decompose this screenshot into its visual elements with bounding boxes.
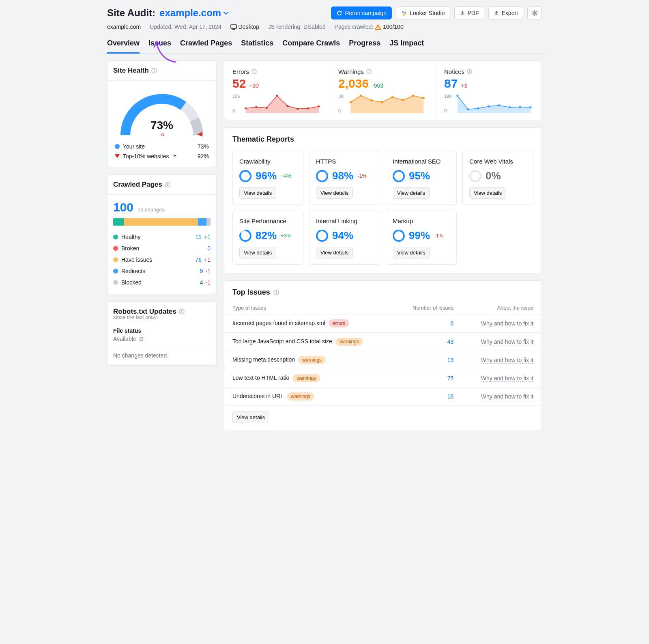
legend-row: Top-10% websites92% [113,151,211,161]
tab-statistics[interactable]: Statistics [241,39,273,54]
metric-value[interactable]: 52 [232,77,246,90]
thematic-name: Markup [393,218,450,224]
legend-dot-icon [113,269,118,274]
crawled-row-value[interactable]: 11 [195,234,202,240]
looker-studio-button[interactable]: Looker Studio [396,6,450,19]
thematic-name: Internal Linking [316,218,373,224]
download-icon [460,10,465,16]
info-icon[interactable] [467,69,472,74]
thematic-delta: -1% [357,173,367,179]
robots-subtitle: since the last crawl [107,314,216,325]
view-details-button[interactable]: View details [239,187,276,199]
legend-row: Your site73% [113,142,211,151]
info-icon[interactable] [251,69,257,74]
info-icon[interactable] [179,309,185,314]
issue-count[interactable]: 6 [450,320,453,327]
info-icon[interactable] [151,68,157,73]
crawled-row-value[interactable]: 4 [200,279,203,286]
robots-status-label: File status [113,327,211,334]
metric-value[interactable]: 87 [444,77,458,90]
pdf-label: PDF [468,10,479,16]
rerun-campaign-button[interactable]: Rerun campaign [331,6,392,19]
chevron-down-icon[interactable] [172,153,177,159]
metric-label: Warnings [338,68,364,75]
crawled-row-value[interactable]: 76 [195,256,202,263]
tab-issues[interactable]: Issues [148,39,171,54]
tab-compare-crawls[interactable]: Compare Crawls [282,39,340,54]
legend-label: Your site [123,143,145,150]
crawled-row: Broken0 [113,243,211,254]
subdomain-text: example.com [107,24,141,30]
tab-progress[interactable]: Progress [349,39,380,54]
view-details-button[interactable]: View details [316,187,353,199]
info-icon[interactable] [273,290,279,295]
crawled-total[interactable]: 100 [113,200,133,214]
crawled-pages-title: Crawled Pages [113,181,162,189]
why-how-fix-link[interactable]: Why and how to fix it [481,357,533,364]
table-row: Underscores in URLwarnings16Why and how … [224,388,542,406]
thematic-card-international-seo: International SEO95%View details [386,151,457,205]
issue-name: Underscores in URL [232,393,284,399]
donut-icon [393,230,405,242]
table-row: Missing meta descriptionwarnings13Why an… [224,351,542,369]
why-how-fix-link[interactable]: Why and how to fix it [481,338,533,345]
issue-count[interactable]: 75 [447,375,454,381]
crawled-row: Have issues76+1 [113,254,211,265]
top-issues-title: Top Issues [232,288,270,297]
info-icon[interactable] [366,69,372,74]
why-how-fix-link[interactable]: Why and how to fix it [481,375,533,382]
svg-point-27 [423,97,425,99]
thematic-title: Thematic Reports [224,128,542,145]
svg-point-35 [519,106,521,108]
svg-point-26 [413,95,415,97]
svg-point-43 [470,171,481,181]
svg-point-36 [530,106,532,108]
svg-point-17 [307,108,309,110]
metric-label: Errors [232,68,249,75]
why-how-fix-link[interactable]: Why and how to fix it [481,393,533,400]
domain-dropdown[interactable]: example.com [159,7,229,19]
crawled-row-delta: -1 [206,268,211,274]
tab-overview[interactable]: Overview [107,39,140,54]
info-icon[interactable] [165,182,170,187]
legend-dot-icon [113,280,118,285]
issue-count[interactable]: 16 [447,393,454,400]
view-details-button[interactable]: View details [393,247,430,258]
tab-crawled-pages[interactable]: Crawled Pages [180,39,232,54]
view-details-button[interactable]: View details [469,187,506,199]
chevron-down-icon [223,10,229,16]
settings-button[interactable] [527,6,542,19]
issue-count[interactable]: 43 [447,338,454,345]
view-details-button[interactable]: View details [316,247,353,258]
crawled-row-value[interactable]: 9 [200,268,203,274]
thematic-percent: 0% [486,170,501,182]
svg-point-31 [477,108,479,110]
crawled-row-label: Broken [121,245,139,252]
pdf-button[interactable]: PDF [454,6,484,19]
crawled-row: Healthy11+1 [113,231,211,243]
legend-label: Top-10% websites [123,153,169,159]
gauge-delta: -6 [159,131,164,138]
why-how-fix-link[interactable]: Why and how to fix it [481,320,533,327]
svg-point-38 [240,171,251,181]
svg-point-2 [403,13,405,15]
crawled-row-value[interactable]: 0 [207,245,211,252]
spark-ymax: 106 [232,94,240,99]
export-button[interactable]: Export [488,6,523,19]
view-details-button[interactable]: View details [239,247,276,258]
view-details-button[interactable]: View details [393,187,430,199]
thematic-percent: 82% [256,229,277,242]
spark-ymax: 3K [338,94,344,99]
robots-status-value[interactable]: Available [113,336,211,342]
issue-count[interactable]: 13 [447,357,454,363]
external-link-icon [139,336,144,342]
crawled-row-delta: -1 [206,279,211,286]
desktop-icon [230,24,237,30]
svg-point-20 [350,101,352,103]
tab-js-impact[interactable]: JS Impact [389,39,424,54]
svg-point-29 [457,95,459,97]
thematic-card-crawlability: Crawlability96%+4%View details [232,151,303,205]
top-issues-view-details-button[interactable]: View details [232,411,269,423]
metric-value[interactable]: 2,036 [338,77,369,90]
table-row: Too large JavaScript and CSS total sizew… [224,333,542,351]
